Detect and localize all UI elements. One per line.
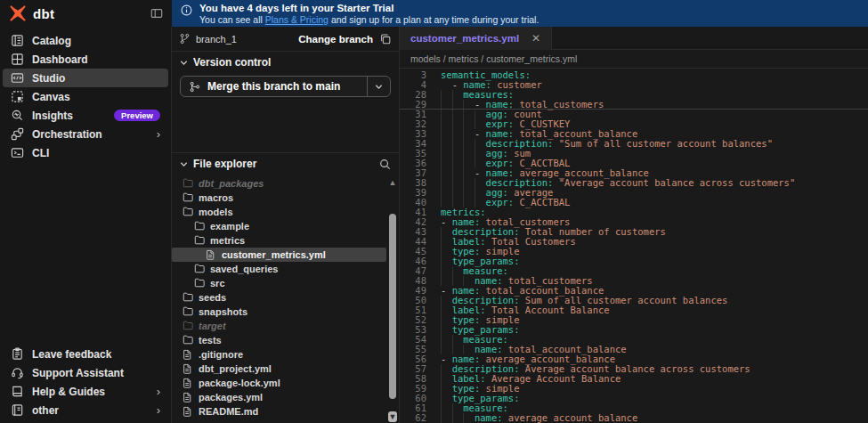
code-line-47[interactable]: 47measure: — [400, 266, 868, 276]
indent-guide — [441, 149, 452, 159]
tree-file-README.md[interactable]: README.md — [172, 404, 399, 419]
merge-branch-button[interactable]: Merge this branch to main — [180, 76, 391, 97]
sidebar-item-cli[interactable]: CLI — [3, 143, 168, 162]
logo-text: dbt — [33, 6, 54, 21]
version-control-section-header[interactable]: Version control — [172, 52, 399, 73]
sidebar-item-canvas[interactable]: Canvas — [3, 87, 168, 106]
file-explorer-header[interactable]: File explorer — [172, 153, 399, 175]
code-line-62[interactable]: 62name: average_account_balance — [400, 413, 868, 423]
tree-folder-metrics[interactable]: metrics — [172, 233, 399, 248]
scrollbar-thumb[interactable] — [389, 214, 396, 399]
tree-folder-seeds[interactable]: seeds — [172, 290, 399, 305]
tree-folder-src[interactable]: src — [172, 276, 399, 290]
folder-icon — [183, 292, 193, 303]
git-branch-icon — [179, 33, 191, 45]
scroll-up-icon[interactable]: ▲ — [388, 178, 397, 187]
studio-icon — [11, 71, 24, 85]
code-area[interactable]: 3semantic_models:4- name: customer28meas… — [400, 69, 868, 423]
indent-guide — [441, 178, 452, 188]
change-branch-button[interactable]: Change branch — [298, 34, 373, 45]
file-icon — [183, 392, 193, 403]
sidebar-collapse-icon[interactable] — [150, 7, 163, 20]
tree-item-label: package-lock.yml — [199, 378, 280, 388]
indent-guide — [475, 149, 486, 159]
file-icon — [183, 363, 193, 374]
tree-item-label: README.md — [199, 406, 258, 417]
tree-file-dbt_project.yml[interactable]: dbt_project.yml — [172, 362, 399, 376]
tree-folder-models[interactable]: models — [172, 205, 399, 219]
yaml-dash: - — [452, 80, 464, 90]
tree-file-package-lock.yml[interactable]: package-lock.yml — [172, 376, 399, 390]
sidebar-item-label: CLI — [32, 147, 49, 159]
tree-folder-target[interactable]: target — [172, 319, 399, 333]
tree-folder-macros[interactable]: macros — [172, 191, 399, 205]
plans-pricing-link[interactable]: Plans & Pricing — [265, 14, 329, 25]
indent-guide — [463, 139, 475, 149]
indent-guide — [441, 384, 452, 394]
cli-icon — [11, 146, 24, 159]
yaml-dash: - — [441, 354, 452, 364]
code-line-28[interactable]: 28measures: — [400, 90, 868, 100]
sidebar-item-label: Insights — [32, 110, 73, 122]
yaml-key: expr: — [486, 198, 515, 207]
code-line-31[interactable]: 31agg: count — [400, 110, 868, 119]
indent-guide — [441, 315, 452, 325]
tree-folder-saved_queries[interactable]: saved_queries — [172, 262, 399, 276]
indent-guide — [452, 335, 464, 345]
tab-customer-metrics[interactable]: customer_metrics.yml ✕ — [400, 27, 552, 50]
trial-banner: You have 4 days left in your Starter Tri… — [172, 0, 868, 27]
code-line-34[interactable]: 34description: "Sum of all customer acco… — [400, 139, 868, 149]
search-icon[interactable] — [379, 159, 391, 170]
yaml-dash: - — [475, 100, 486, 109]
sidebar-item-insights[interactable]: InsightsPreview — [3, 106, 168, 125]
indent-guide — [452, 178, 464, 188]
tree-file-.gitignore[interactable]: .gitignore — [172, 347, 399, 362]
breadcrumb: models / metrics / customer_metrics.yml — [400, 50, 868, 69]
tree-folder-tests[interactable]: tests — [172, 333, 399, 347]
sidebar-item-catalog[interactable]: Catalog — [3, 31, 168, 50]
sidebar-item-support-assistant[interactable]: Support Assistant — [3, 363, 168, 382]
sidebar-item-orchestration[interactable]: Orchestration› — [3, 125, 168, 143]
sidebar-item-help-guides[interactable]: Help & Guides› — [3, 382, 168, 401]
tree-item-label: packages.yml — [199, 392, 263, 403]
tree-folder-dbt_packages[interactable]: dbt_packages — [172, 176, 399, 191]
branch-header: branch_1 Change branch — [172, 27, 399, 52]
file-explorer-scrollbar[interactable]: ▲ ▼ — [388, 176, 397, 423]
tree-file-packages.yml[interactable]: packages.yml — [172, 390, 399, 404]
sidebar-item-leave-feedback[interactable]: Leave feedback — [3, 345, 168, 363]
nav-spacer — [3, 162, 168, 345]
tree-item-label: snapshots — [199, 306, 247, 317]
sidebar-item-other[interactable]: other› — [3, 401, 168, 419]
indent-guide — [452, 119, 464, 129]
indent-guide — [475, 188, 486, 198]
code-line-54[interactable]: 54measure: — [400, 335, 868, 345]
sidebar-item-studio[interactable]: Studio — [3, 69, 168, 87]
tree-item-label: .gitignore — [199, 349, 243, 360]
tree-folder-example[interactable]: example — [172, 219, 399, 233]
indent-guide — [441, 168, 452, 178]
close-icon[interactable]: ✕ — [531, 33, 540, 44]
chevron-down-icon — [180, 160, 188, 168]
nav-top: CatalogDashboardStudioCanvasInsightsPrev… — [3, 31, 168, 162]
tree-item-label: dbt_packages — [199, 178, 264, 189]
indent-guide — [463, 168, 475, 178]
sidebar-item-dashboard[interactable]: Dashboard — [3, 50, 168, 69]
merge-options-dropdown[interactable] — [367, 77, 390, 96]
scroll-down-icon[interactable]: ▼ — [388, 411, 397, 422]
indent-guide — [463, 110, 475, 119]
code-line-38[interactable]: 38description: "Average account balance … — [400, 178, 868, 188]
branch-name: branch_1 — [196, 34, 237, 45]
indent-guide — [463, 188, 475, 198]
indent-guide — [452, 129, 464, 139]
chevron-right-icon: › — [157, 386, 160, 397]
code-line-39[interactable]: 39agg: average — [400, 188, 868, 198]
code-line-35[interactable]: 35agg: sum — [400, 149, 868, 159]
yaml-value: C_ACCTBAL — [514, 198, 570, 207]
insights-icon — [11, 109, 24, 122]
copy-icon[interactable] — [379, 33, 392, 45]
indent-guide — [452, 403, 464, 413]
sidebar-item-label: Studio — [32, 72, 65, 85]
code-line-29[interactable]: 29- name: total_customers — [400, 100, 868, 110]
tree-folder-snapshots[interactable]: snapshots — [172, 305, 399, 319]
tree-file-customer_metrics.yml[interactable]: customer_metrics.yml — [172, 248, 386, 262]
